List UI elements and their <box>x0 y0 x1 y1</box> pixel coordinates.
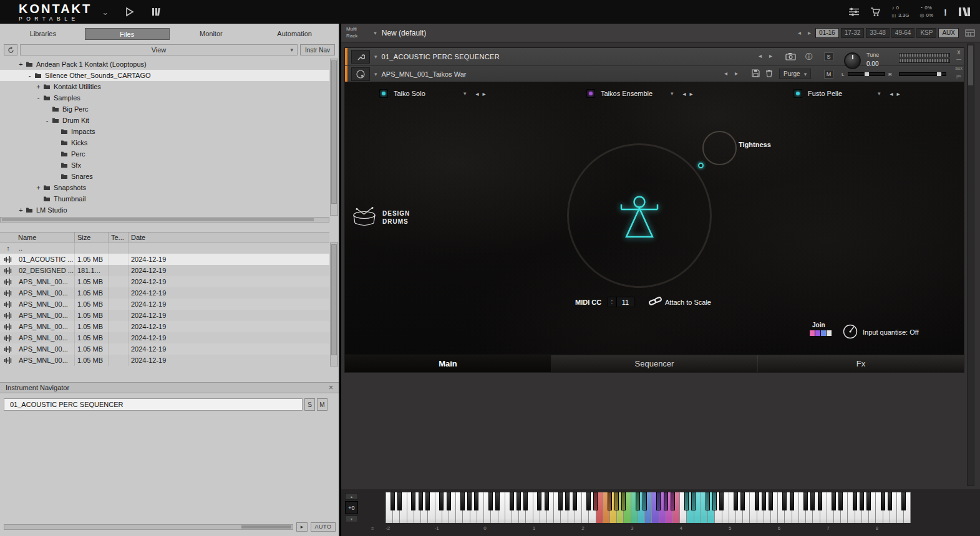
tab-libraries[interactable]: Libraries <box>1 28 85 40</box>
file-row[interactable]: 01_ACOUSTIC ...1.05 MB2024-12-19 <box>0 254 329 265</box>
transpose-down-button[interactable]: ▾ <box>345 515 358 522</box>
piano-black-key[interactable] <box>419 492 423 510</box>
piano-black-key[interactable] <box>691 492 696 510</box>
piano-black-key[interactable] <box>719 492 724 510</box>
close-icon[interactable]: × <box>329 384 333 391</box>
column-date[interactable]: Date <box>129 232 329 242</box>
rack-scrollbar[interactable] <box>967 44 974 486</box>
mixer-icon[interactable] <box>848 7 860 17</box>
transpose-value[interactable]: +0 <box>345 501 358 514</box>
auto-button[interactable]: AUTO <box>311 522 336 532</box>
tree-item[interactable]: +Andean Pack 1 Kontakt (Looptopus) <box>0 59 329 70</box>
piano-black-key[interactable] <box>769 492 773 510</box>
piano-black-key[interactable] <box>537 492 541 510</box>
tree-expander-icon[interactable]: + <box>17 60 24 68</box>
piano-black-key[interactable] <box>838 492 843 510</box>
tree-item[interactable]: +LM Studio <box>0 204 329 216</box>
piano-black-key[interactable] <box>782 492 787 510</box>
tree-item[interactable]: Kicks <box>0 137 329 148</box>
page-01-16[interactable]: 01-16 <box>815 28 839 38</box>
piano-black-key[interactable] <box>762 492 766 510</box>
library-icon[interactable] <box>151 7 162 17</box>
tree-item[interactable]: Snares <box>0 171 329 182</box>
play-icon[interactable] <box>125 7 135 17</box>
join-square[interactable] <box>815 330 820 336</box>
tree-item[interactable]: -Drum Kit <box>0 115 329 126</box>
tree-expander-icon[interactable]: - <box>26 72 33 79</box>
page-49-64[interactable]: 49-64 <box>891 28 915 38</box>
column-tempo[interactable]: Te... <box>109 232 129 242</box>
refresh-button[interactable] <box>4 44 17 55</box>
chevron-down-icon[interactable]: ▾ <box>671 90 674 97</box>
instr-nav-button[interactable]: Instr Nav <box>300 44 335 55</box>
piano-black-key[interactable] <box>467 492 472 510</box>
transpose-up-button[interactable]: ▴ <box>345 493 358 500</box>
next-variant-icon[interactable]: ▸ <box>895 90 902 97</box>
piano-black-key[interactable] <box>860 492 864 510</box>
piano-black-key[interactable] <box>614 492 619 510</box>
piano-black-key[interactable] <box>712 492 717 510</box>
slot-name[interactable]: Taiko Solo <box>394 90 463 97</box>
chevron-down-icon[interactable]: ▾ <box>463 90 467 97</box>
piano-black-key[interactable] <box>888 492 892 510</box>
join-square[interactable] <box>810 330 815 336</box>
tree-expander-icon[interactable]: + <box>35 184 42 191</box>
keyboard-grip-icon[interactable]: ≡ <box>371 526 375 532</box>
piano-black-key[interactable] <box>853 492 857 510</box>
piano-black-key[interactable] <box>621 492 626 510</box>
tab-files[interactable]: Files <box>85 28 170 40</box>
next-page-icon[interactable]: ▸ <box>805 29 813 36</box>
patch-title[interactable]: APS_MNL_001_Taikos War <box>382 70 467 78</box>
next-instrument-icon[interactable]: ▸ <box>769 52 772 59</box>
next-variant-icon[interactable]: ▸ <box>481 90 488 97</box>
piano-black-key[interactable] <box>593 492 598 510</box>
tree-item[interactable]: Impacts <box>0 126 329 137</box>
tree-expander-icon[interactable]: + <box>17 206 24 214</box>
file-up-row[interactable]: ↑.. <box>0 242 329 254</box>
file-row[interactable]: APS_MNL_00...1.05 MB2024-12-19 <box>0 332 329 343</box>
piano-black-key[interactable] <box>565 492 570 510</box>
piano-black-key[interactable] <box>734 492 738 510</box>
shop-cart-icon[interactable] <box>870 7 881 17</box>
piano-black-key[interactable] <box>818 492 822 510</box>
prev-patch-icon[interactable]: ◂ <box>724 70 727 77</box>
view-dropdown[interactable]: View ▾ <box>20 44 298 55</box>
piano-black-key[interactable] <box>391 492 395 510</box>
piano-black-key[interactable] <box>474 492 478 510</box>
piano-black-key[interactable] <box>790 492 794 510</box>
tree-expander-icon[interactable]: - <box>44 117 51 124</box>
piano-black-key[interactable] <box>664 492 668 510</box>
snapshot-camera-icon[interactable] <box>785 52 796 60</box>
piano-black-key[interactable] <box>684 492 689 510</box>
piano-black-key[interactable] <box>706 492 710 510</box>
tune-value[interactable]: 0.00 <box>866 60 878 67</box>
piano-black-key[interactable] <box>643 492 647 510</box>
quickview-icon[interactable] <box>351 67 370 81</box>
midi-cc-value[interactable]: 11 <box>616 297 634 307</box>
tree-expander-icon[interactable]: - <box>35 94 42 102</box>
column-name[interactable]: Name <box>0 232 75 242</box>
piano-black-key[interactable] <box>586 492 591 510</box>
piano-black-key[interactable] <box>488 492 493 510</box>
join-square[interactable] <box>827 330 832 336</box>
piano-black-key[interactable] <box>810 492 815 510</box>
piano-black-key[interactable] <box>425 492 430 510</box>
file-row[interactable]: 02_DESIGNED ...181.1...2024-12-19 <box>0 265 329 276</box>
tree-item[interactable]: Thumbnail <box>0 193 329 204</box>
attach-to-scale-label[interactable]: Attach to Scale <box>665 299 711 306</box>
rack-minimize-icon[interactable] <box>965 29 975 37</box>
instrument-title[interactable]: 01_ACOUSTIC PERC SEQUENCER <box>382 53 500 60</box>
tab-sequencer[interactable]: Sequencer <box>551 355 758 372</box>
piano-black-key[interactable] <box>447 492 451 510</box>
piano-black-key[interactable] <box>517 492 521 510</box>
chevron-down-icon[interactable]: ⌄ <box>102 7 109 17</box>
metronome-icon[interactable] <box>842 323 858 340</box>
file-row[interactable]: APS_MNL_00...1.05 MB2024-12-19 <box>0 310 329 321</box>
input-quantise-label[interactable]: Input quantise: Off <box>863 328 919 336</box>
piano-black-key[interactable] <box>740 492 745 510</box>
file-row[interactable]: APS_MNL_00...1.05 MB2024-12-19 <box>0 321 329 332</box>
join-grid[interactable] <box>810 330 832 336</box>
tree-scrollbar[interactable] <box>330 59 338 216</box>
file-row[interactable]: APS_MNL_00...1.05 MB2024-12-19 <box>0 355 329 366</box>
piano-black-key[interactable] <box>832 492 836 510</box>
